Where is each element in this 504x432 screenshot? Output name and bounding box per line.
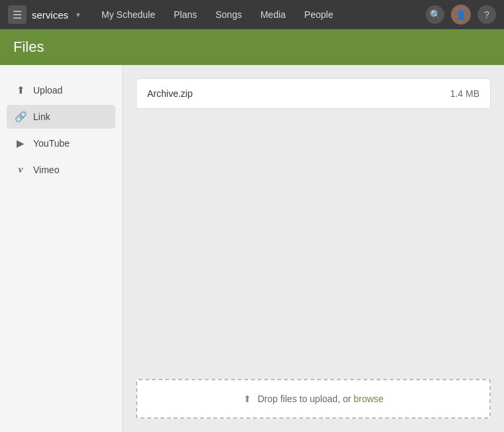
sidebar-item-link-label: Link bbox=[33, 111, 50, 122]
sidebar-item-upload[interactable]: ⬆ Upload bbox=[7, 78, 115, 102]
sidebar: ⬆ Upload 🔗 Link ▶ YouTube v Vimeo bbox=[0, 65, 123, 432]
spacer bbox=[136, 119, 491, 368]
sidebar-item-link[interactable]: 🔗 Link bbox=[7, 105, 115, 129]
page-header: Files bbox=[0, 29, 504, 65]
nav-link-songs[interactable]: Songs bbox=[208, 5, 250, 24]
vimeo-icon: v bbox=[15, 164, 27, 175]
logo-icon: ☰ bbox=[8, 5, 27, 24]
upload-cloud-icon: ⬆ bbox=[243, 394, 251, 404]
sidebar-item-vimeo-label: Vimeo bbox=[33, 165, 59, 175]
drop-zone-text: Drop files to upload, or bbox=[258, 394, 354, 404]
file-list: Archive.zip 1.4 MB bbox=[136, 78, 491, 109]
avatar[interactable]: 👤 bbox=[451, 5, 471, 25]
sidebar-item-upload-label: Upload bbox=[33, 85, 62, 96]
app-logo[interactable]: ☰ services ▾ bbox=[8, 5, 80, 24]
sidebar-item-youtube[interactable]: ▶ YouTube bbox=[7, 131, 115, 155]
app-name: services bbox=[32, 9, 68, 21]
link-icon: 🔗 bbox=[15, 111, 27, 123]
nav-links: My Schedule Plans Songs Media People bbox=[94, 5, 426, 24]
youtube-icon: ▶ bbox=[15, 137, 27, 149]
sidebar-item-youtube-label: YouTube bbox=[33, 138, 70, 149]
browse-link[interactable]: browse bbox=[353, 394, 383, 404]
nav-link-my-schedule[interactable]: My Schedule bbox=[94, 5, 163, 24]
file-name: Archive.zip bbox=[147, 88, 192, 99]
help-button[interactable]: ? bbox=[477, 5, 496, 24]
upload-icon: ⬆ bbox=[15, 84, 27, 96]
app-dropdown-caret[interactable]: ▾ bbox=[76, 11, 80, 19]
nav-icons: 🔍 👤 ? bbox=[426, 5, 496, 25]
content-area: Archive.zip 1.4 MB ⬆ Drop files to uploa… bbox=[123, 65, 504, 432]
file-size: 1.4 MB bbox=[450, 88, 479, 99]
table-row: Archive.zip 1.4 MB bbox=[137, 79, 490, 108]
drop-zone[interactable]: ⬆ Drop files to upload, or browse bbox=[136, 379, 491, 419]
nav-link-people[interactable]: People bbox=[296, 5, 342, 24]
search-button[interactable]: 🔍 bbox=[426, 5, 444, 24]
main-content: ⬆ Upload 🔗 Link ▶ YouTube v Vimeo Archiv… bbox=[0, 65, 504, 432]
nav-link-plans[interactable]: Plans bbox=[166, 5, 205, 24]
top-nav: ☰ services ▾ My Schedule Plans Songs Med… bbox=[0, 0, 504, 29]
nav-link-media[interactable]: Media bbox=[253, 5, 294, 24]
sidebar-item-vimeo[interactable]: v Vimeo bbox=[7, 158, 115, 181]
page-title: Files bbox=[13, 38, 44, 56]
